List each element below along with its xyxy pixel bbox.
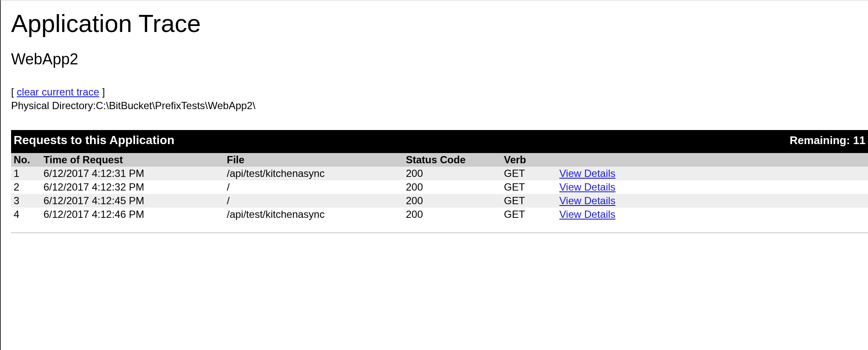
footer-rule	[11, 232, 868, 233]
table-row: 16/12/2017 4:12:31 PM/api/test/kitchenas…	[11, 167, 868, 180]
cell-status: 200	[403, 208, 501, 221]
table-caption-row: Requests to this Application Remaining: …	[11, 130, 868, 153]
cell-details: View Details	[557, 167, 868, 180]
header-status: Status Code	[403, 153, 501, 167]
remaining-label: Remaining: 11	[501, 130, 868, 153]
bracket-close: ]	[102, 86, 105, 98]
info-block: [ clear current trace ] Physical Directo…	[11, 85, 868, 113]
cell-file: /	[224, 180, 403, 194]
cell-status: 200	[403, 194, 501, 208]
cell-status: 200	[403, 180, 501, 194]
cell-verb: GET	[501, 194, 557, 208]
clear-trace-link[interactable]: clear current trace	[17, 86, 99, 98]
cell-status: 200	[403, 167, 501, 180]
cell-no: 3	[11, 194, 41, 208]
cell-details: View Details	[557, 194, 868, 208]
table-caption: Requests to this Application	[11, 130, 501, 153]
cell-verb: GET	[501, 208, 557, 221]
table-header-row: No. Time of Request File Status Code Ver…	[11, 153, 868, 167]
cell-time: 6/12/2017 4:12:46 PM	[41, 208, 224, 221]
cell-time: 6/12/2017 4:12:32 PM	[41, 180, 224, 194]
cell-details: View Details	[557, 208, 868, 221]
app-name: WebApp2	[11, 50, 868, 68]
header-no: No.	[11, 153, 41, 167]
cell-no: 4	[11, 208, 41, 221]
view-details-link[interactable]: View Details	[559, 181, 616, 193]
table-row: 26/12/2017 4:12:32 PM/200GETView Details	[11, 180, 868, 194]
physical-dir-value: C:\BitBucket\PrefixTests\WebApp2\	[96, 100, 255, 111]
cell-no: 2	[11, 180, 41, 194]
cell-verb: GET	[501, 167, 557, 180]
page-title: Application Trace	[11, 9, 868, 38]
physical-dir-label: Physical Directory:	[11, 100, 96, 111]
cell-verb: GET	[501, 180, 557, 194]
table-row: 36/12/2017 4:12:45 PM/200GETView Details	[11, 194, 868, 208]
header-time: Time of Request	[41, 153, 224, 167]
header-file: File	[224, 153, 403, 167]
cell-file: /api/test/kitchenasync	[224, 208, 403, 221]
requests-table: Requests to this Application Remaining: …	[11, 130, 868, 221]
cell-file: /api/test/kitchenasync	[224, 167, 403, 180]
cell-file: /	[224, 194, 403, 208]
bracket-open: [	[11, 86, 17, 98]
view-details-link[interactable]: View Details	[559, 195, 616, 206]
cell-time: 6/12/2017 4:12:31 PM	[41, 167, 224, 180]
cell-no: 1	[11, 167, 41, 180]
header-verb: Verb	[501, 153, 557, 167]
header-details	[557, 153, 868, 167]
table-row: 46/12/2017 4:12:46 PM/api/test/kitchenas…	[11, 208, 868, 221]
cell-details: View Details	[557, 180, 868, 194]
cell-time: 6/12/2017 4:12:45 PM	[41, 194, 224, 208]
view-details-link[interactable]: View Details	[559, 208, 616, 220]
view-details-link[interactable]: View Details	[559, 168, 616, 179]
